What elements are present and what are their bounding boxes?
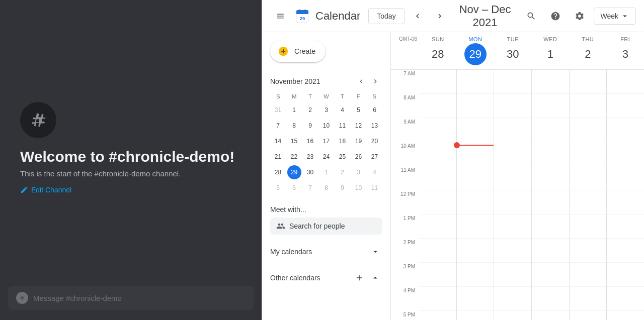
mini-header-t2: T — [334, 92, 350, 100]
mini-day-8[interactable]: 8 — [287, 119, 301, 133]
time-slot-9am: 9 AM — [391, 118, 419, 142]
day-name-wed: WED — [534, 36, 568, 42]
mini-day-22[interactable]: 22 — [287, 150, 301, 164]
mini-day-11-other-month[interactable]: 11 — [368, 181, 382, 195]
mini-day-21[interactable]: 21 — [271, 150, 285, 164]
today-button[interactable]: Today — [368, 8, 404, 24]
other-calendars-expand-button[interactable] — [368, 271, 382, 285]
message-input-area: Message #chronicle-demo — [0, 286, 262, 320]
prev-period-button[interactable] — [409, 7, 427, 25]
mini-day-2-other-month[interactable]: 2 — [336, 165, 350, 179]
mini-day-4[interactable]: 4 — [336, 103, 350, 117]
mini-day-26[interactable]: 26 — [352, 150, 366, 164]
mini-day-9[interactable]: 9 — [303, 119, 317, 133]
chevron-up-icon — [371, 273, 380, 282]
grid-col-wed[interactable] — [531, 70, 569, 320]
mini-day-13[interactable]: 13 — [368, 119, 382, 133]
other-calendars-header[interactable]: Other calendars — [270, 269, 382, 287]
mini-day-18[interactable]: 18 — [336, 134, 350, 148]
my-calendars-header[interactable]: My calendars — [270, 243, 382, 261]
mini-day-4-other-month[interactable]: 4 — [368, 165, 382, 179]
mini-day-3[interactable]: 3 — [319, 103, 334, 117]
mini-day-23[interactable]: 23 — [303, 150, 317, 164]
day-num-3[interactable]: 3 — [614, 43, 636, 65]
mini-day-10[interactable]: 10 — [319, 119, 334, 133]
mini-day-29-today[interactable]: 29 — [287, 165, 301, 179]
day-num-1[interactable]: 1 — [539, 43, 561, 65]
mini-day-16[interactable]: 16 — [303, 134, 317, 148]
mini-day-25[interactable]: 25 — [336, 150, 350, 164]
mini-day-5[interactable]: 5 — [352, 103, 366, 117]
mini-day-1[interactable]: 1 — [287, 103, 301, 117]
mini-day-31-other-month[interactable]: 31 — [271, 103, 285, 117]
search-people-placeholder: Search for people — [289, 222, 345, 230]
day-num-29[interactable]: 29 — [464, 43, 487, 65]
day-num-2[interactable]: 2 — [577, 43, 599, 65]
mini-day-30[interactable]: 30 — [303, 165, 317, 179]
edit-channel-button[interactable]: Edit Channel — [20, 186, 242, 194]
mini-day-8-other-month[interactable]: 8 — [319, 181, 334, 195]
mini-day-17[interactable]: 17 — [319, 134, 334, 148]
other-calendars-title: Other calendars — [270, 274, 352, 282]
day-num-30[interactable]: 30 — [502, 43, 524, 65]
search-button[interactable] — [521, 6, 541, 26]
time-slot-3pm: 3 PM — [391, 263, 419, 287]
mini-day-15[interactable]: 15 — [287, 134, 301, 148]
search-people-input[interactable]: Search for people — [270, 218, 382, 235]
grid-col-tue[interactable] — [494, 70, 531, 320]
mini-header-s1: S — [270, 92, 286, 100]
create-button[interactable]: Create — [270, 40, 326, 62]
pencil-icon — [20, 186, 28, 194]
mini-day-28[interactable]: 28 — [271, 165, 285, 179]
mini-day-27[interactable]: 27 — [368, 150, 382, 164]
mini-day-24[interactable]: 24 — [319, 150, 334, 164]
menu-button[interactable] — [270, 6, 290, 26]
gear-icon — [575, 11, 585, 21]
help-button[interactable] — [545, 6, 566, 26]
mini-day-12[interactable]: 12 — [352, 119, 366, 133]
mini-day-11[interactable]: 11 — [336, 119, 350, 133]
my-calendars-expand-button[interactable] — [368, 245, 382, 259]
view-selector-button[interactable]: Week — [594, 8, 636, 25]
mini-day-3-other-month[interactable]: 3 — [352, 165, 366, 179]
other-calendars-section: Other calendars — [262, 265, 390, 291]
grid-col-thu[interactable] — [569, 70, 607, 320]
mini-day-1-other-month[interactable]: 1 — [319, 165, 334, 179]
google-calendar-logo: 29 — [294, 8, 310, 24]
grid-col-fri[interactable] — [606, 70, 644, 320]
mini-header-m: M — [286, 92, 302, 100]
mini-cal-month: November 2021 — [270, 77, 354, 85]
calendar-body: Create November 2021 — [262, 32, 644, 320]
mini-prev-button[interactable] — [354, 74, 368, 88]
calendar-period: Nov – Dec 2021 — [453, 3, 518, 29]
mini-day-9-other-month[interactable]: 9 — [336, 181, 350, 195]
day-num-28[interactable]: 28 — [427, 43, 449, 65]
time-label-7am: 7 AM — [404, 71, 415, 76]
mini-next-button[interactable] — [368, 74, 382, 88]
mini-day-6[interactable]: 6 — [368, 103, 382, 117]
create-plus-icon — [278, 46, 288, 56]
add-attachment-button[interactable] — [16, 292, 28, 304]
mini-day-20[interactable]: 20 — [368, 134, 382, 148]
day-header-fri: FRI 3 — [607, 32, 645, 69]
mini-day-2[interactable]: 2 — [303, 103, 317, 117]
next-period-button[interactable] — [431, 7, 449, 25]
message-input-box[interactable]: Message #chronicle-demo — [8, 286, 254, 310]
settings-button[interactable] — [570, 6, 590, 26]
time-grid: 7 AM 8 AM 9 AM 10 AM 11 AM 12 PM 1 PM 2 … — [391, 70, 644, 320]
mini-day-7-other-month[interactable]: 7 — [303, 181, 317, 195]
mini-day-14[interactable]: 14 — [271, 134, 285, 148]
mini-day-10-other-month[interactable]: 10 — [352, 181, 366, 195]
add-other-calendar-button[interactable] — [352, 271, 366, 285]
dropdown-icon — [620, 12, 629, 21]
grid-col-mon[interactable] — [456, 70, 494, 320]
grid-col-sun[interactable] — [419, 70, 456, 320]
meet-with-section: Meet with... Search for people — [262, 199, 390, 239]
mini-day-7[interactable]: 7 — [271, 119, 285, 133]
mini-day-19[interactable]: 19 — [352, 134, 366, 148]
time-label-8am: 8 AM — [404, 95, 415, 100]
mini-day-6-other-month[interactable]: 6 — [287, 181, 301, 195]
time-slot-2pm: 2 PM — [391, 239, 419, 263]
day-headers-row: GMT-06 SUN 28 MON 29 TUE 30 WED 1 — [391, 32, 644, 70]
mini-day-5-other-month[interactable]: 5 — [271, 181, 285, 195]
